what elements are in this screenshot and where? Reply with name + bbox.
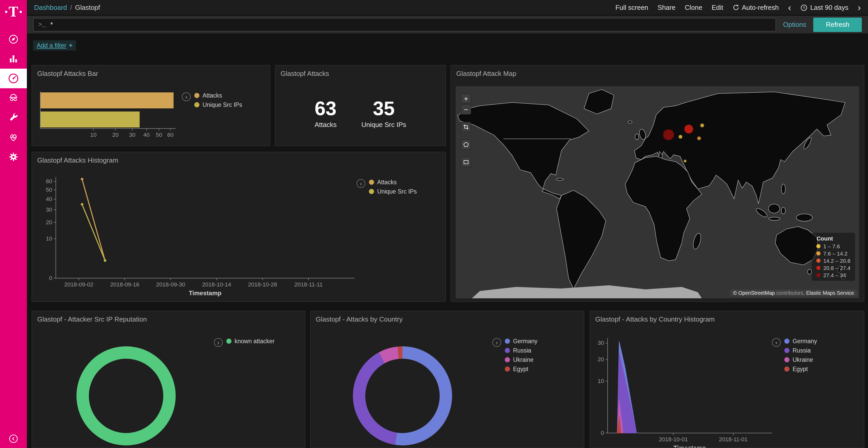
zoom-out-button[interactable]: −	[461, 104, 471, 114]
polygon-icon	[463, 141, 469, 148]
add-filter-button[interactable]: Add a filter +	[33, 40, 76, 50]
svg-text:30: 30	[46, 206, 52, 213]
legend-color-dot	[369, 189, 374, 194]
attacks-bar-chart: 102030405060	[36, 85, 181, 141]
svg-text:20: 20	[598, 356, 604, 363]
time-forward-button[interactable]: ›	[858, 3, 861, 12]
elastic-maps-attribution-link[interactable]: Elastic Maps Service	[806, 290, 854, 296]
full-screen-button[interactable]: Full screen	[615, 4, 648, 11]
edit-button[interactable]: Edit	[712, 4, 723, 11]
map-legend-row: 20.8 – 27.4	[816, 265, 850, 271]
draw-polygon-button[interactable]	[461, 139, 471, 150]
draw-rectangle-button[interactable]	[461, 157, 471, 167]
legend-item[interactable]: Egypt	[784, 366, 817, 372]
legend-label: Attacks	[377, 179, 397, 185]
attack-location-marker[interactable]	[663, 129, 675, 140]
legend-list: GermanyRussiaUkraineEgypt	[505, 338, 537, 372]
telekom-t-logo[interactable]: T	[5, 5, 22, 19]
sidebar-item-tools[interactable]	[0, 108, 27, 128]
time-back-button[interactable]: ‹	[788, 3, 791, 12]
zoom-in-button[interactable]: +	[461, 94, 471, 104]
sidebar: T	[0, 0, 27, 448]
zoom-controls: + −	[461, 94, 471, 114]
sidebar-item-spy[interactable]	[0, 88, 27, 108]
clone-button[interactable]: Clone	[685, 4, 703, 11]
legend-item[interactable]: Unique Src IPs	[369, 188, 417, 195]
legend-range-label: 27.4 – 34	[823, 272, 846, 278]
sidebar-item-monitoring[interactable]	[0, 128, 27, 147]
map-legend-row: 14.2 – 20.8	[816, 257, 850, 264]
osm-attribution-link[interactable]: © OpenStreetMap	[733, 290, 775, 296]
legend-item[interactable]: Attacks	[194, 92, 242, 99]
attack-location-marker[interactable]	[678, 135, 683, 139]
line-series[interactable]	[82, 179, 105, 261]
attack-location-marker[interactable]	[700, 124, 704, 128]
attacks-histogram-chart: 01020304050602018-09-022018-09-162018-09…	[38, 174, 360, 301]
sidebar-item-visualize[interactable]	[0, 49, 27, 69]
legend-toggle-button[interactable]: ›	[356, 179, 365, 188]
attack-location-marker[interactable]	[684, 125, 693, 134]
svg-text:2018-09-30: 2018-09-30	[156, 281, 185, 288]
auto-refresh-button[interactable]: Auto-refresh	[733, 4, 779, 11]
legend-toggle-button[interactable]: ›	[492, 338, 501, 347]
svg-text:10: 10	[90, 132, 96, 138]
options-link[interactable]: Options	[783, 21, 806, 28]
legend-color-dot	[505, 339, 510, 344]
svg-text:40: 40	[144, 132, 150, 138]
compass-icon	[8, 34, 19, 45]
fit-data-bounds-button[interactable]	[461, 122, 471, 132]
time-range-picker[interactable]: Last 90 days	[801, 4, 848, 11]
map-attribution: © OpenStreetMap contributors, Elastic Ma…	[730, 289, 857, 296]
breadcrumb: Dashboard / Glastopf	[34, 4, 100, 11]
panel-attacks-by-country: Glastopf - Attacks by Country ›GermanyRu…	[310, 311, 584, 448]
legend-item[interactable]: Unique Src IPs	[194, 102, 242, 108]
pie-slice[interactable]	[395, 346, 452, 445]
legend-item[interactable]: Egypt	[505, 366, 537, 372]
legend-item[interactable]: Ukraine	[784, 357, 817, 363]
chart-svg	[74, 344, 178, 447]
pie-slice[interactable]	[353, 352, 397, 445]
svg-text:0: 0	[601, 430, 604, 436]
legend-color-dot	[816, 273, 821, 277]
share-button[interactable]: Share	[657, 4, 675, 11]
legend-toggle-button[interactable]: ›	[772, 338, 781, 347]
query-field[interactable]	[51, 21, 771, 28]
legend-color-dot	[505, 367, 510, 372]
legend-item[interactable]: Attacks	[369, 179, 417, 185]
search-input[interactable]: >_	[33, 18, 776, 31]
panel-title: Glastopf Attacks Histogram	[32, 152, 445, 168]
legend-item[interactable]: Russia	[505, 347, 537, 353]
top-nav-bar: Dashboard / Glastopf Full screen Share C…	[27, 0, 868, 15]
sidebar-item-discover[interactable]	[0, 29, 27, 49]
legend-item[interactable]: known attacker	[226, 338, 275, 344]
legend-item[interactable]: Ukraine	[505, 357, 537, 363]
bar[interactable]	[40, 111, 140, 128]
legend-toggle-button[interactable]: ›	[214, 338, 223, 347]
attack-location-marker[interactable]	[697, 136, 701, 140]
legend-range-label: 14.2 – 20.8	[823, 257, 850, 264]
legend-label: Ukraine	[513, 357, 533, 363]
panel-title: Glastopf Attack Map	[451, 66, 864, 81]
bar[interactable]	[40, 92, 174, 108]
legend-item[interactable]: Germany	[784, 338, 817, 344]
country-donut-chart	[351, 344, 454, 447]
sidebar-collapse-button[interactable]	[0, 434, 27, 444]
metric-value: 35	[362, 99, 406, 118]
map-legend-row: 7.6 – 14.2	[816, 250, 850, 256]
chart-legend: ›GermanyRussiaUkraineEgypt	[772, 338, 817, 372]
legend-item[interactable]: Russia	[784, 347, 817, 353]
attack-map[interactable]: + − Count 1 – 7.67.6 – 14.214.2 – 20.820…	[456, 86, 859, 298]
sidebar-item-dashboard[interactable]	[0, 69, 27, 88]
legend-item[interactable]: Germany	[505, 338, 537, 344]
sidebar-item-management[interactable]	[0, 147, 27, 167]
gear-icon	[8, 151, 19, 163]
pie-slice[interactable]	[76, 346, 176, 445]
refresh-button[interactable]: Refresh	[813, 17, 862, 32]
line-series[interactable]	[82, 204, 105, 261]
breadcrumb-dashboard-link[interactable]: Dashboard	[34, 4, 67, 11]
panel-title: Glastopf Attacks Bar	[32, 66, 270, 81]
legend-list: GermanyRussiaUkraineEgypt	[784, 338, 817, 372]
panel-attacks-metric: Glastopf Attacks 63 Attacks 35 Unique Sr…	[275, 65, 446, 146]
legend-toggle-button[interactable]: ›	[182, 92, 191, 101]
attack-location-marker[interactable]	[684, 159, 687, 162]
